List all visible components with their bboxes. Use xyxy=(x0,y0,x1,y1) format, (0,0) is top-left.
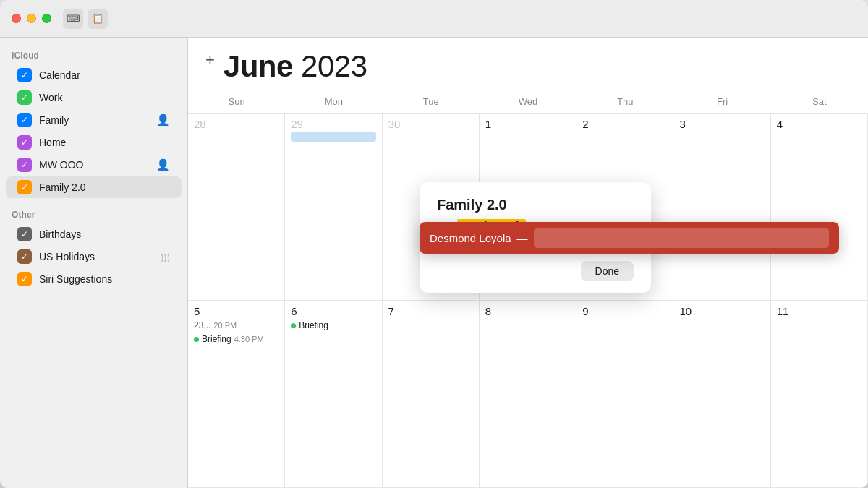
sidebar-item-usholidays[interactable]: ✓ US Holidays ))) xyxy=(6,246,182,267)
date-jun2: 2 xyxy=(582,118,667,130)
sidebar-item-mwooo[interactable]: ✓ MW OOO 👤 xyxy=(6,154,182,176)
maximize-button[interactable] xyxy=(42,14,51,23)
calendar-header: + June 2023 xyxy=(188,38,868,90)
check-icon-family: ✓ xyxy=(21,115,28,125)
checkbox-home[interactable]: ✓ xyxy=(17,135,32,150)
event-dot-briefing-mon: Briefing xyxy=(291,320,375,331)
section-icloud-label: iCloud xyxy=(0,46,187,64)
check-icon-home: ✓ xyxy=(21,137,28,147)
keyboard-icon-button[interactable]: ⌨ xyxy=(63,9,83,29)
cell-jun7[interactable]: 7 xyxy=(383,301,480,488)
family-item-label: Family xyxy=(39,114,149,126)
sidebar-item-calendar[interactable]: ✓ Calendar xyxy=(6,64,182,86)
add-event-button[interactable]: + xyxy=(205,51,224,69)
birthdays-item-label: Birthdays xyxy=(39,228,170,240)
date-jun7: 7 xyxy=(388,305,473,317)
done-button[interactable]: Done xyxy=(581,261,634,281)
date-jun6: 6 xyxy=(291,305,375,317)
calendar-area: + June 2023 Sun Mon Tue Wed Thu Fri Sat xyxy=(188,38,868,488)
date-jun3: 3 xyxy=(679,118,764,130)
rename-label: Desmond Loyola xyxy=(430,232,511,244)
cell-jun8[interactable]: 8 xyxy=(480,301,576,488)
sidebar-item-birthdays[interactable]: ✓ Birthdays xyxy=(6,223,182,245)
day-sat: Sat xyxy=(771,90,868,113)
check-icon-usholidays: ✓ xyxy=(21,252,28,262)
calendar-window: ⌨ 📋 iCloud ✓ Calendar ✓ Work xyxy=(0,0,868,488)
checkbox-work[interactable]: ✓ xyxy=(17,90,32,105)
event-dot-23-sun: 23... 20 PM xyxy=(194,320,278,331)
person-icon-family: 👤 xyxy=(156,114,170,127)
family20-item-label: Family 2.0 xyxy=(39,181,170,193)
check-icon-mwooo: ✓ xyxy=(21,160,28,170)
home-item-label: Home xyxy=(39,137,170,148)
cell-jun3[interactable]: 3 xyxy=(673,114,770,301)
event-dot-briefing-sun: Briefing 4:30 PM xyxy=(194,333,278,345)
date-jun11: 11 xyxy=(777,305,861,317)
calendar-body: 28 29 30 1 2 3 4 xyxy=(188,114,868,488)
cell-jun4[interactable]: 4 xyxy=(771,114,868,301)
broadcast-icon: ))) xyxy=(161,252,170,262)
day-wed: Wed xyxy=(480,90,576,113)
titlebar-icons: ⌨ 📋 xyxy=(63,9,108,29)
checkbox-birthdays[interactable]: ✓ xyxy=(17,227,32,241)
close-button[interactable] xyxy=(12,14,21,23)
date-jun5: 5 xyxy=(194,305,278,317)
check-icon-family20: ✓ xyxy=(21,182,28,192)
checkbox-mwooo[interactable]: ✓ xyxy=(17,158,32,172)
cell-may29[interactable]: 29 xyxy=(285,114,382,301)
day-sun: Sun xyxy=(188,90,285,113)
inbox-icon: 📋 xyxy=(92,13,103,24)
sidebar-item-siri[interactable]: ✓ Siri Suggestions xyxy=(6,268,182,290)
date-jun1: 1 xyxy=(485,118,570,130)
date-jun9: 9 xyxy=(582,305,667,317)
cell-jun5[interactable]: 5 23... 20 PM Briefing 4:30 PM xyxy=(188,301,285,488)
person-icon-mwooo: 👤 xyxy=(156,158,170,171)
sidebar-item-family20[interactable]: ✓ Family 2.0 xyxy=(6,176,182,198)
checkbox-usholidays[interactable]: ✓ xyxy=(17,249,32,264)
day-fri: Fri xyxy=(673,90,770,113)
sidebar-item-home[interactable]: ✓ Home xyxy=(6,132,182,153)
rename-bar: Desmond Loyola — xyxy=(420,222,839,254)
rename-input[interactable] xyxy=(534,228,829,248)
sidebar-item-work[interactable]: ✓ Work xyxy=(6,87,182,108)
cell-may28[interactable]: 28 xyxy=(188,114,285,301)
main-content: iCloud ✓ Calendar ✓ Work ✓ Family xyxy=(0,38,868,488)
sidebar: iCloud ✓ Calendar ✓ Work ✓ Family xyxy=(0,38,188,488)
usholidays-item-label: US Holidays xyxy=(39,251,153,262)
checkbox-calendar[interactable]: ✓ xyxy=(17,68,32,82)
cell-jun6-mon[interactable]: 6 Briefing xyxy=(285,301,382,488)
calendar-item-label: Calendar xyxy=(39,69,170,81)
dot-briefing-mon xyxy=(291,323,296,328)
briefing-label-mon: Briefing xyxy=(299,320,328,330)
minimize-button[interactable] xyxy=(27,14,36,23)
date-may28: 28 xyxy=(194,118,278,130)
date-may29: 29 xyxy=(291,118,375,130)
briefing-label-sun: Briefing xyxy=(202,334,231,344)
rename-dash: — xyxy=(517,232,528,244)
cell-jun9[interactable]: 9 xyxy=(576,301,673,488)
siri-item-label: Siri Suggestions xyxy=(39,273,170,285)
briefing-time-sun: 4:30 PM xyxy=(234,335,264,343)
checkbox-family[interactable]: ✓ xyxy=(17,113,32,127)
cell-jun10[interactable]: 10 xyxy=(673,301,770,488)
checkbox-siri[interactable]: ✓ xyxy=(17,272,32,286)
cell-jun11[interactable]: 11 xyxy=(771,301,868,488)
checkbox-family20[interactable]: ✓ xyxy=(17,180,32,194)
month-title: June 2023 xyxy=(224,49,367,84)
date-jun4: 4 xyxy=(777,118,861,130)
day-mon: Mon xyxy=(285,90,382,113)
dot-briefing-sun xyxy=(194,337,199,342)
calendar-day-headers: Sun Mon Tue Wed Thu Fri Sat xyxy=(188,90,868,114)
year-light: 2023 xyxy=(301,49,367,83)
keyboard-icon: ⌨ xyxy=(67,13,80,24)
date-may30: 30 xyxy=(388,118,473,130)
check-icon-birthdays: ✓ xyxy=(21,229,28,239)
sidebar-item-family[interactable]: ✓ Family 👤 xyxy=(6,109,182,131)
inbox-icon-button[interactable]: 📋 xyxy=(88,9,108,29)
section-other-label: Other xyxy=(0,205,187,223)
titlebar: ⌨ 📋 xyxy=(0,0,868,38)
event-time-sun: 20 PM xyxy=(213,321,237,330)
day-thu: Thu xyxy=(576,90,673,113)
popover-title: Family 2.0 xyxy=(437,197,634,213)
month-bold: June xyxy=(224,49,293,83)
